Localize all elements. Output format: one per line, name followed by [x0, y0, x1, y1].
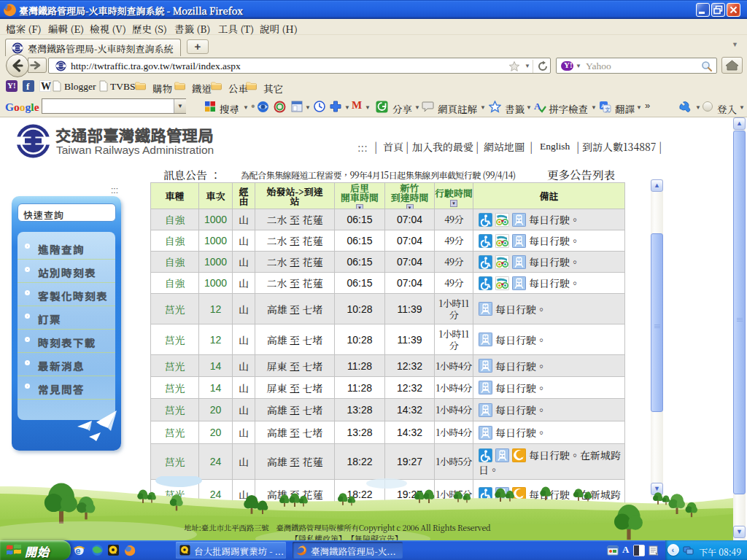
svg-text:文: 文 — [605, 106, 611, 112]
